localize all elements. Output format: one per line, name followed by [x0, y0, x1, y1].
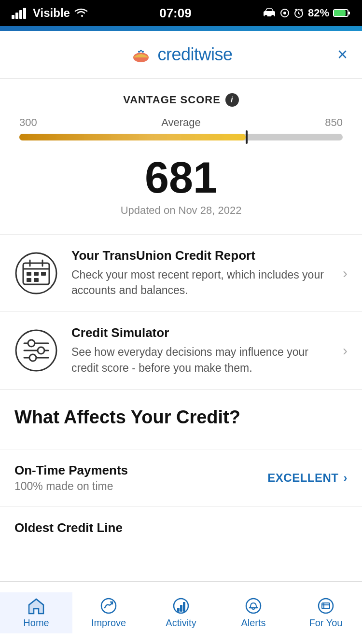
- svg-rect-41: [180, 605, 182, 612]
- nav-home[interactable]: Home: [0, 592, 72, 633]
- status-left: Visible: [12, 6, 88, 20]
- score-max: 850: [325, 116, 343, 129]
- creditwise-logo-text: creditwise: [157, 44, 232, 65]
- score-range-labels: 300 Average 850: [19, 116, 343, 129]
- svg-rect-16: [348, 12, 350, 14]
- svg-point-20: [142, 51, 144, 53]
- payment-sub: 100% made on time: [14, 480, 128, 493]
- svg-rect-2: [19, 10, 22, 19]
- score-bar: [19, 133, 343, 141]
- svg-rect-45: [322, 603, 330, 609]
- signal-icon: [12, 7, 29, 19]
- simulator-desc: See how everyday decisions may influence…: [71, 344, 335, 375]
- simulator-icon: [14, 329, 58, 372]
- transunion-content: Your TransUnion Credit Report Check your…: [71, 248, 335, 298]
- credit-simulator-item[interactable]: Credit Simulator See how everyday decisi…: [0, 312, 362, 389]
- car-icon: [263, 8, 276, 18]
- svg-point-44: [319, 599, 333, 613]
- svg-point-19: [140, 50, 142, 52]
- svg-rect-29: [27, 278, 31, 282]
- svg-rect-30: [34, 278, 39, 282]
- score-bar-fill: [19, 134, 246, 140]
- svg-rect-40: [177, 608, 180, 612]
- calendar-icon: [14, 252, 58, 295]
- transunion-desc: Check your most recent report, which inc…: [71, 267, 335, 298]
- simulator-content: Credit Simulator See how everyday decisi…: [71, 325, 335, 375]
- svg-point-18: [138, 51, 140, 53]
- transunion-chevron: ›: [343, 265, 348, 281]
- payment-chevron: ›: [344, 471, 348, 485]
- score-min: 300: [19, 116, 37, 129]
- battery-label: 82%: [308, 7, 329, 19]
- close-button[interactable]: ×: [337, 44, 348, 65]
- battery-icon: [333, 9, 350, 17]
- transunion-title: Your TransUnion Credit Report: [71, 248, 335, 263]
- score-updated: Updated on Nov 28, 2022: [19, 204, 343, 217]
- info-icon[interactable]: i: [225, 93, 239, 107]
- svg-rect-15: [334, 10, 346, 16]
- logo: creditwise: [129, 44, 232, 65]
- svg-rect-0: [12, 15, 14, 19]
- nav-activity[interactable]: Activity: [145, 592, 217, 633]
- svg-rect-26: [27, 272, 31, 276]
- score-bar-indicator: [246, 130, 248, 144]
- vantage-label: VANTAGE SCORE i: [19, 93, 343, 107]
- oldest-credit-line-row[interactable]: Oldest Credit Line: [0, 506, 362, 535]
- status-bar: Visible 07:09 82%: [0, 0, 362, 26]
- app-header: creditwise ×: [0, 31, 362, 79]
- nav-home-label: Home: [23, 617, 49, 629]
- home-icon: [27, 597, 45, 615]
- payment-title: On-Time Payments: [14, 463, 128, 478]
- alarm-icon: [293, 8, 304, 18]
- payment-status[interactable]: EXCELLENT ›: [267, 471, 348, 485]
- svg-point-38: [101, 599, 116, 613]
- simulator-title: Credit Simulator: [71, 325, 335, 340]
- on-time-payments-row[interactable]: On-Time Payments 100% made on time EXCEL…: [0, 449, 362, 506]
- list-section: Your TransUnion Credit Report Check your…: [0, 235, 362, 390]
- nav-improve-label: Improve: [91, 617, 126, 629]
- affects-section: What Affects Your Credit?: [0, 390, 362, 449]
- svg-rect-27: [34, 272, 39, 276]
- creditwise-logo-icon: [129, 47, 153, 62]
- nav-foryou-label: For You: [309, 617, 343, 629]
- improve-icon: [99, 597, 118, 615]
- nav-alerts-label: Alerts: [241, 617, 265, 629]
- svg-rect-42: [183, 602, 185, 612]
- svg-rect-1: [15, 13, 18, 19]
- top-accent: [0, 26, 362, 31]
- svg-rect-3: [23, 8, 26, 19]
- nav-alerts[interactable]: Alerts: [217, 592, 290, 633]
- bottom-nav: Home Improve Activity Alerts: [0, 581, 362, 644]
- wifi-icon: [74, 7, 88, 19]
- svg-point-8: [283, 12, 286, 14]
- svg-point-37: [29, 354, 36, 361]
- foryou-icon: [317, 597, 335, 615]
- score-section: VANTAGE SCORE i 300 Average 850 681 Upda…: [0, 79, 362, 235]
- nav-foryou[interactable]: For You: [290, 592, 362, 633]
- svg-point-35: [38, 347, 44, 354]
- transunion-report-item[interactable]: Your TransUnion Credit Report Check your…: [0, 235, 362, 312]
- svg-rect-28: [41, 272, 46, 276]
- svg-point-5: [265, 15, 267, 18]
- payment-info: On-Time Payments 100% made on time: [14, 463, 128, 493]
- nav-improve[interactable]: Improve: [72, 592, 145, 633]
- oldest-credit-title: Oldest Credit Line: [14, 520, 348, 535]
- alerts-icon: [244, 597, 263, 615]
- location-icon: [280, 8, 290, 18]
- status-time: 07:09: [159, 6, 192, 21]
- carrier-label: Visible: [33, 6, 70, 20]
- status-right: 82%: [263, 7, 350, 19]
- average-label: Average: [161, 116, 201, 129]
- svg-point-43: [246, 599, 261, 613]
- nav-activity-label: Activity: [166, 617, 196, 629]
- score-number: 681: [19, 156, 343, 199]
- simulator-chevron: ›: [343, 342, 348, 359]
- svg-point-33: [28, 340, 35, 347]
- svg-point-6: [271, 15, 274, 18]
- activity-icon: [172, 597, 190, 615]
- affects-title: What Affects Your Credit?: [14, 407, 348, 428]
